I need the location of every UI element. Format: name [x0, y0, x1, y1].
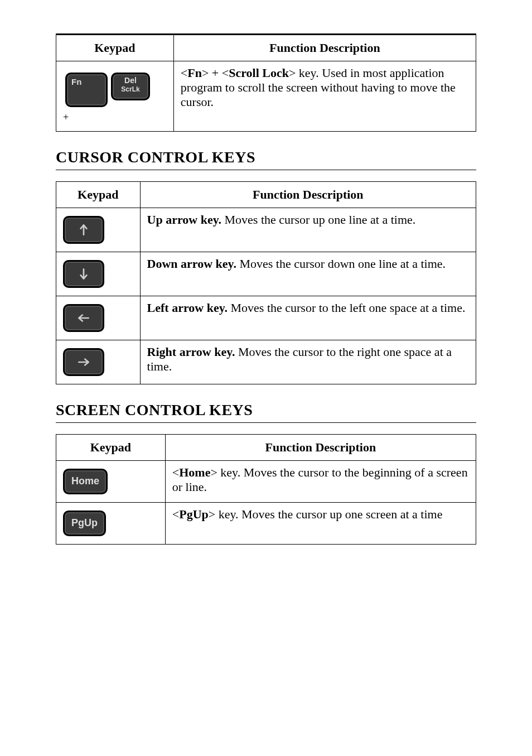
table-row: Left arrow key. Moves the cursor to the …	[56, 296, 476, 340]
right-arrow-key-icon	[63, 348, 104, 376]
screen-keys-table: Keypad Function Description Home <Home> …	[56, 434, 476, 545]
home-desc: <Home> key. Moves the cursor to the begi…	[165, 461, 476, 503]
right-arrow-desc: Right arrow key. Moves the cursor to the…	[140, 340, 476, 384]
left-arrow-key-icon	[63, 304, 104, 332]
up-arrow-key-icon	[63, 216, 104, 244]
plus-symbol: +	[63, 112, 169, 123]
col-desc: Function Description	[165, 435, 476, 461]
down-arrow-desc: Down arrow key. Moves the cursor down on…	[140, 252, 476, 296]
table-row: Fn Del ScrLk + <Fn> + <Scroll Lock> key.…	[56, 61, 476, 132]
divider	[56, 170, 476, 170]
cursor-heading: CURSOR CONTROL KEYS	[56, 148, 476, 166]
screen-heading: SCREEN CONTROL KEYS	[56, 401, 476, 419]
up-arrow-desc: Up arrow key. Moves the cursor up one li…	[140, 208, 476, 252]
col-desc: Function Description	[140, 182, 476, 208]
col-desc: Function Description	[173, 35, 476, 61]
fn-key-icon: Fn	[65, 73, 108, 107]
col-keypad: Keypad	[56, 435, 166, 461]
table-row: Down arrow key. Moves the cursor down on…	[56, 252, 476, 296]
table-row: PgUp <PgUp> key. Moves the cursor up one…	[56, 502, 476, 544]
down-arrow-key-icon	[63, 260, 104, 288]
fn-scroll-lock-table: Keypad Function Description Fn Del ScrLk	[56, 33, 476, 132]
del-scrlk-key-icon: Del ScrLk	[111, 73, 150, 100]
col-keypad: Keypad	[56, 35, 174, 61]
divider	[56, 422, 476, 423]
home-key-icon: Home	[63, 469, 108, 494]
table-row: Home <Home> key. Moves the cursor to the…	[56, 461, 476, 503]
cursor-keys-table: Keypad Function Description Up arrow key…	[56, 181, 476, 384]
col-keypad: Keypad	[56, 182, 141, 208]
fn-scrlk-desc: <Fn> + <Scroll Lock> key. Used in most a…	[173, 61, 476, 132]
left-arrow-desc: Left arrow key. Moves the cursor to the …	[140, 296, 476, 340]
table-row: Up arrow key. Moves the cursor up one li…	[56, 208, 476, 252]
table-row: Right arrow key. Moves the cursor to the…	[56, 340, 476, 384]
pgup-key-icon: PgUp	[63, 511, 106, 536]
pgup-desc: <PgUp> key. Moves the cursor up one scre…	[165, 502, 476, 544]
